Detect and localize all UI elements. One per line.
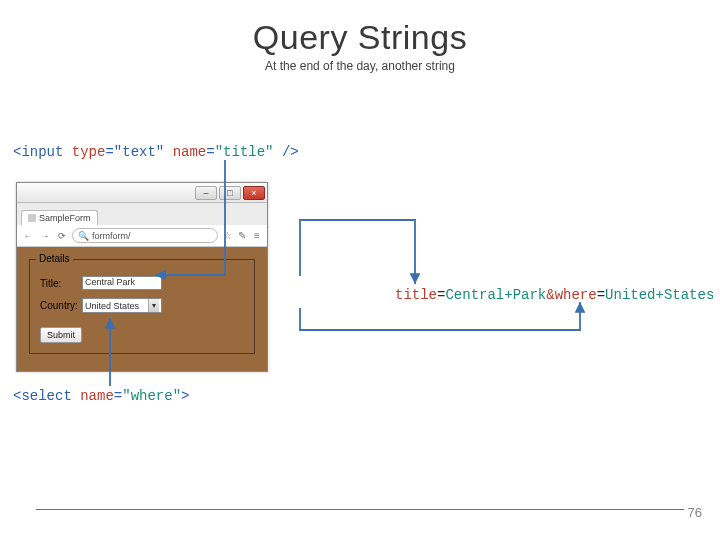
code-token: = (206, 144, 214, 160)
submit-button[interactable]: Submit (40, 327, 82, 343)
country-select[interactable]: United States ▾ (82, 298, 162, 313)
code-token: name (80, 388, 114, 404)
code-token: Central+Park (445, 287, 546, 303)
code-token: = (114, 388, 122, 404)
code-token: name (173, 144, 207, 160)
back-button[interactable]: ← (21, 229, 35, 243)
tab-label: SampleForm (39, 213, 91, 223)
slide-title: Query Strings (0, 18, 720, 57)
forward-button[interactable]: → (38, 229, 52, 243)
reload-button[interactable]: ⟳ (55, 229, 69, 243)
country-label: Country: (40, 300, 78, 311)
code-token: title (395, 287, 437, 303)
code-token: > (181, 388, 189, 404)
page-body: Details Title: Central Park Country: Uni… (17, 247, 267, 371)
tab-strip: SampleForm (17, 203, 267, 225)
wrench-icon[interactable]: ✎ (236, 230, 248, 242)
address-bar[interactable]: 🔍 formform/ (72, 228, 218, 243)
star-icon[interactable]: ☆ (221, 230, 233, 242)
code-token: <input (13, 144, 72, 160)
title-input[interactable]: Central Park (82, 276, 162, 290)
chevron-down-icon: ▾ (148, 299, 159, 312)
code-input-tag: <input type="text" name="title" /> (13, 144, 299, 160)
title-label: Title: (40, 278, 78, 289)
code-token: where (555, 287, 597, 303)
code-token-highlight: "where" (122, 388, 181, 404)
code-token: = (105, 144, 113, 160)
code-token: /> (273, 144, 298, 160)
code-token (164, 144, 172, 160)
select-value: United States (85, 301, 139, 311)
fieldset-legend: Details (36, 253, 73, 264)
footer-divider (36, 509, 684, 510)
browser-tab[interactable]: SampleForm (21, 210, 98, 225)
search-icon: 🔍 (78, 231, 89, 241)
code-select-tag: <select name="where"> (13, 388, 189, 404)
minimize-button[interactable]: – (195, 186, 217, 200)
code-token: type (72, 144, 106, 160)
code-token: <select (13, 388, 80, 404)
favicon-icon (28, 214, 36, 222)
slide-subtitle: At the end of the day, another string (0, 59, 720, 73)
code-token: = (597, 287, 605, 303)
code-token: "text" (114, 144, 164, 160)
code-token: United+States (605, 287, 714, 303)
maximize-button[interactable]: □ (219, 186, 241, 200)
code-token-highlight: "title" (215, 144, 274, 160)
close-button[interactable]: × (243, 186, 265, 200)
title-row: Title: Central Park (40, 276, 244, 290)
code-token: & (546, 287, 554, 303)
query-string-text: title=Central+Park&where=United+States (395, 287, 714, 303)
details-fieldset: Details Title: Central Park Country: Uni… (29, 259, 255, 354)
toolbar: ← → ⟳ 🔍 formform/ ☆ ✎ ≡ (17, 225, 267, 247)
browser-window: – □ × SampleForm ← → ⟳ 🔍 formform/ ☆ ✎ ≡… (16, 182, 268, 372)
page-number: 76 (688, 505, 702, 520)
country-row: Country: United States ▾ (40, 298, 244, 313)
menu-icon[interactable]: ≡ (251, 230, 263, 242)
url-text: formform/ (92, 231, 131, 241)
browser-titlebar: – □ × (17, 183, 267, 203)
